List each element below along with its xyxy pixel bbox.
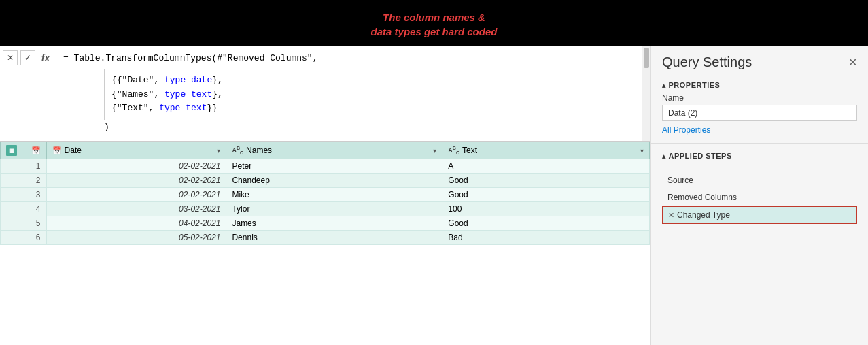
text-col-label: Text [462, 146, 477, 155]
formula-code-block: {{"Date", type date}, {"Names", type tex… [104, 69, 230, 120]
step-item-changed-type[interactable]: ✕Changed Type [662, 206, 857, 224]
name-cell: Tylor [226, 202, 442, 216]
divider [651, 143, 868, 144]
left-panel: ✕ ✓ fx = Table.TransformColumnTypes(#"Re… [0, 46, 650, 345]
step-label: Removed Columns [667, 193, 737, 202]
table-body: 1 02-02-2021 Peter A 2 02-02-2021 Chande… [1, 159, 650, 245]
properties-label: PROPERTIES [669, 81, 721, 89]
step-label: Changed Type [677, 210, 730, 220]
date-col-icon: 📅 [31, 146, 41, 155]
step-label: Source [667, 176, 693, 185]
date-dropdown-icon[interactable]: ▾ [217, 147, 220, 154]
code-line-1: {{"Date", type date}, [111, 73, 223, 88]
text-cell: Good [442, 174, 650, 188]
date-col-header: 📅 Date ▾ [46, 142, 226, 159]
table-row: 3 02-02-2021 Mike Good [1, 188, 650, 202]
date-col-label: Date [65, 146, 82, 155]
table-header-row: ▦ 📅 📅 Date ▾ [1, 142, 650, 159]
text-cell: Good [442, 188, 650, 202]
name-cell: James [226, 216, 442, 231]
applied-steps-label: APPLIED STEPS [669, 152, 732, 160]
date-cell: 05-02-2021 [46, 231, 226, 245]
text-cell: A [442, 159, 650, 174]
name-input[interactable] [662, 105, 857, 121]
properties-header: ▴ PROPERTIES [662, 81, 857, 89]
row-number: 2 [1, 174, 47, 188]
names-type-icon: ABC [232, 146, 243, 155]
scrollbar-thumb [644, 48, 649, 68]
table-row: 5 04-02-2021 James Good [1, 216, 650, 231]
data-table: ▦ 📅 📅 Date ▾ [0, 142, 650, 245]
formula-line-1: = Table.TransformColumnTypes(#"Removed C… [63, 52, 635, 66]
names-col-label: Names [246, 146, 272, 155]
names-col-header: ABC Names ▾ [226, 142, 442, 159]
name-cell: Chandeep [226, 174, 442, 188]
fx-button[interactable]: fx [38, 50, 53, 65]
table-row: 1 02-02-2021 Peter A [1, 159, 650, 174]
date-cell: 03-02-2021 [46, 202, 226, 216]
step-x-icon: ✕ [668, 211, 674, 220]
text-cell: Good [442, 216, 650, 231]
table-icon: ▦ [6, 145, 17, 156]
main-layout: ✕ ✓ fx = Table.TransformColumnTypes(#"Re… [0, 46, 868, 345]
data-area: ▦ 📅 📅 Date ▾ [0, 142, 650, 345]
name-cell: Peter [226, 159, 442, 174]
table-row: 2 02-02-2021 Chandeep Good [1, 174, 650, 188]
date-cell: 02-02-2021 [46, 174, 226, 188]
close-query-settings-button[interactable]: ✕ [848, 56, 857, 69]
properties-triangle-icon: ▴ [662, 82, 666, 89]
text-col-header: ABC Text ▾ [442, 142, 650, 159]
query-settings-title: Query Settings [662, 54, 752, 70]
table-row: 4 03-02-2021 Tylor 100 [1, 202, 650, 216]
text-cell: Bad [442, 231, 650, 245]
applied-steps-header: ▴ APPLIED STEPS [662, 152, 857, 160]
properties-section: ▴ PROPERTIES Name All Properties [651, 76, 868, 140]
date-cell: 02-02-2021 [46, 159, 226, 174]
cancel-button[interactable]: ✕ [3, 50, 18, 65]
applied-steps-section: ▴ APPLIED STEPS [651, 146, 868, 169]
row-number: 1 [1, 159, 47, 174]
annotation-banner: The column names & data types get hard c… [0, 0, 868, 46]
table-row: 6 05-02-2021 Dennis Bad [1, 231, 650, 245]
query-settings-header: Query Settings ✕ [651, 46, 868, 76]
formula-content: = Table.TransformColumnTypes(#"Removed C… [56, 46, 642, 141]
annotation-text: The column names & data types get hard c… [371, 10, 498, 39]
step-item-removed-columns[interactable]: Removed Columns [662, 189, 857, 206]
date-cell: 04-02-2021 [46, 216, 226, 231]
name-label: Name [662, 93, 857, 103]
all-properties-link[interactable]: All Properties [662, 125, 857, 135]
text-type-icon: ABC [448, 146, 459, 155]
row-number: 4 [1, 202, 47, 216]
names-dropdown-icon[interactable]: ▾ [433, 147, 436, 154]
name-cell: Dennis [226, 231, 442, 245]
formula-scrollbar[interactable] [642, 46, 650, 141]
row-header-th: ▦ 📅 [1, 142, 47, 159]
row-number: 6 [1, 231, 47, 245]
date-type-icon: 📅 [52, 146, 62, 155]
applied-steps-list: SourceRemoved Columns✕Changed Type [651, 169, 868, 227]
date-cell: 02-02-2021 [46, 188, 226, 202]
formula-controls: ✕ ✓ fx [0, 46, 56, 141]
step-item-source[interactable]: Source [662, 172, 857, 188]
code-line-2: {"Names", type text}, [111, 88, 223, 102]
text-dropdown-icon[interactable]: ▾ [640, 147, 644, 154]
row-number: 3 [1, 188, 47, 202]
code-line-3: {"Text", type text}} [111, 101, 223, 116]
formula-bar: ✕ ✓ fx = Table.TransformColumnTypes(#"Re… [0, 46, 650, 142]
text-cell: 100 [442, 202, 650, 216]
right-panel: Query Settings ✕ ▴ PROPERTIES Name All P… [650, 46, 868, 345]
name-cell: Mike [226, 188, 442, 202]
formula-close-paren: ) [104, 120, 635, 135]
applied-steps-triangle-icon: ▴ [662, 152, 666, 160]
confirm-button[interactable]: ✓ [20, 50, 35, 65]
row-number: 5 [1, 216, 47, 231]
